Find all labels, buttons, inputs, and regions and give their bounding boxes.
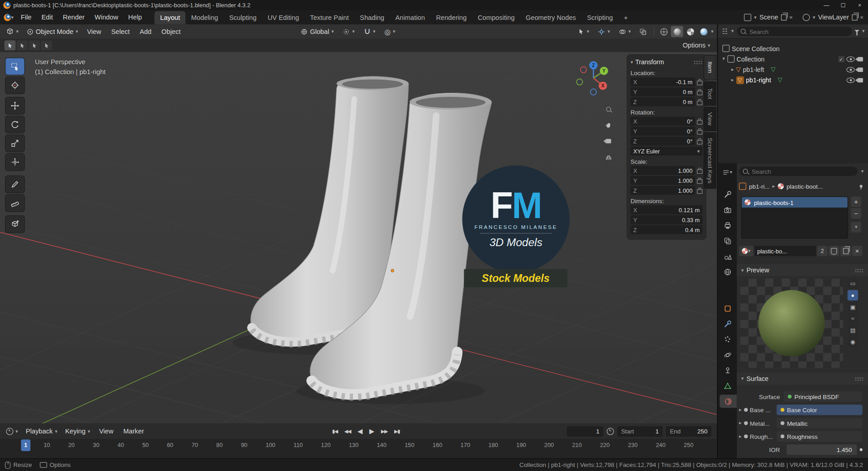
pivot-point-dropdown[interactable]: ▾ xyxy=(339,26,359,37)
menu-render[interactable]: Render xyxy=(58,10,90,24)
outliner-row-collection[interactable]: ▾ Collection ✓ xyxy=(718,54,868,64)
workspace-tab-shading[interactable]: Shading xyxy=(354,11,390,24)
sidebar-tab-tool[interactable]: Tool xyxy=(704,82,716,105)
remove-slot-button[interactable]: − xyxy=(851,208,861,219)
unlink-material-button[interactable]: × xyxy=(852,246,862,256)
workspace-tab-sculpting[interactable]: Sculpting xyxy=(224,11,262,24)
dimension-z-field[interactable]: Z0.4 m xyxy=(631,225,703,234)
chevron-down-icon[interactable]: ▾ xyxy=(813,14,816,19)
preview-fluid-button[interactable]: ◉ xyxy=(848,337,858,347)
roughness-button[interactable]: Roughness xyxy=(776,431,862,442)
lock-icon[interactable] xyxy=(697,169,703,174)
material-name-field[interactable]: plastic-bo... xyxy=(755,246,816,256)
menu-viewport-object[interactable]: Object xyxy=(156,28,186,35)
preview-panel-header[interactable]: ▾ Preview xyxy=(737,264,868,276)
tab-modifiers[interactable] xyxy=(718,317,737,330)
dimension-y-field[interactable]: Y0.33 m xyxy=(631,215,703,224)
metallic-button[interactable]: Metallic xyxy=(776,418,862,428)
new-viewlayer-icon[interactable] xyxy=(852,14,857,20)
minimize-button[interactable]: — xyxy=(818,0,835,10)
next-keyframe-button[interactable]: ▶▶ xyxy=(378,427,391,435)
chevron-down-icon[interactable]: ▾ xyxy=(722,57,725,62)
viewlayer-selector[interactable]: ViewLayer xyxy=(818,13,849,21)
remove-viewlayer-icon[interactable]: × xyxy=(860,14,863,21)
outliner-row-pb1-left[interactable]: ▸ ▽ pb1-left ▽ xyxy=(718,64,868,75)
lock-icon[interactable] xyxy=(697,189,703,194)
tool-rotate[interactable] xyxy=(5,116,24,133)
checkbox-icon[interactable]: ✓ xyxy=(837,55,845,63)
overlays-dropdown[interactable]: ▾ xyxy=(615,26,635,37)
workspace-tab-modeling[interactable]: Modeling xyxy=(186,11,224,24)
transform-orientation-dropdown[interactable]: Global ▾ xyxy=(297,26,338,37)
preview-hair-button[interactable]: ≈ xyxy=(848,313,858,324)
camera-icon[interactable] xyxy=(857,57,863,61)
preview-flat-button[interactable]: ▭ xyxy=(848,278,858,289)
tool-select-box[interactable] xyxy=(5,58,24,75)
workspace-tab-rendering[interactable]: Rendering xyxy=(430,11,472,24)
lock-icon[interactable] xyxy=(697,81,703,85)
camera-icon[interactable] xyxy=(857,67,863,72)
gizmos-dropdown[interactable]: ▾ xyxy=(594,26,614,37)
panel-grip[interactable] xyxy=(855,376,864,381)
scale-x-field[interactable]: X1.000 xyxy=(631,166,695,175)
shading-wireframe-button[interactable] xyxy=(658,26,670,37)
tab-particles[interactable] xyxy=(718,333,737,346)
location-y-field[interactable]: Y0 m xyxy=(631,87,695,96)
tab-physics[interactable] xyxy=(718,348,737,361)
outliner-row-scene-collection[interactable]: Scene Collection xyxy=(718,43,868,53)
new-material-button[interactable] xyxy=(840,246,851,256)
add-workspace-button[interactable]: + xyxy=(618,11,633,24)
zoom-button[interactable] xyxy=(602,103,614,115)
tool-annotate[interactable] xyxy=(5,176,24,193)
tab-object-data[interactable] xyxy=(718,379,737,392)
mode-dropdown[interactable]: Object Mode ▾ xyxy=(23,26,82,37)
jump-to-start-button[interactable]: ▮◀ xyxy=(330,427,340,435)
tool-measure[interactable] xyxy=(5,195,24,212)
menu-viewport-add[interactable]: Add xyxy=(135,28,156,35)
new-scene-icon[interactable] xyxy=(781,14,786,20)
pin-icon[interactable] xyxy=(860,185,863,188)
eye-icon[interactable] xyxy=(846,67,854,72)
tab-object[interactable] xyxy=(718,302,737,315)
chevron-down-icon[interactable]: ▾ xyxy=(711,29,714,34)
current-frame-field[interactable]: 1 xyxy=(567,426,604,436)
close-button[interactable]: × xyxy=(851,0,868,10)
lock-icon[interactable] xyxy=(697,100,703,105)
chevron-right-icon[interactable]: ▸ xyxy=(739,407,742,412)
play-reverse-button[interactable]: ◀ xyxy=(355,426,366,436)
tab-world[interactable] xyxy=(718,265,737,278)
sidebar-tab-screencast-keys[interactable]: Screencast Keys xyxy=(704,133,716,188)
timeline-editor-type-button[interactable]: ▾ xyxy=(2,426,22,437)
scene-selector[interactable]: Scene xyxy=(760,13,778,21)
workspace-tab-compositing[interactable]: Compositing xyxy=(472,11,520,24)
select-mode-invert-button[interactable] xyxy=(41,40,52,50)
outliner-search-input[interactable] xyxy=(748,28,849,35)
add-slot-button[interactable]: + xyxy=(851,196,861,207)
menu-edit[interactable]: Edit xyxy=(37,10,58,24)
select-mode-extend-button[interactable] xyxy=(17,40,28,50)
play-button[interactable]: ▶ xyxy=(367,426,377,436)
dimension-x-field[interactable]: X0.121 m xyxy=(631,205,703,214)
gizmo-y-label[interactable]: Y xyxy=(602,68,605,73)
outliner-editor-icon[interactable] xyxy=(722,28,729,35)
properties-search[interactable] xyxy=(739,167,858,176)
snap-toggle[interactable]: ▾ xyxy=(360,26,380,37)
gizmo-z-label[interactable]: Z xyxy=(592,63,595,68)
frame-end-field[interactable]: End250 xyxy=(666,426,711,436)
chevron-down-icon[interactable]: ▾ xyxy=(754,14,757,19)
rotation-x-field[interactable]: X0° xyxy=(631,117,695,126)
xray-toggle[interactable] xyxy=(636,26,651,37)
unlink-scene-icon[interactable]: × xyxy=(789,14,793,21)
users-count-button[interactable]: 2 xyxy=(817,246,827,256)
properties-editor-type-button[interactable]: ▾ xyxy=(718,166,737,179)
editor-type-button[interactable]: ▾ xyxy=(2,26,23,37)
tab-constraints[interactable] xyxy=(718,364,737,377)
scale-z-field[interactable]: Z1.000 xyxy=(631,186,695,195)
workspace-tab-animation[interactable]: Animation xyxy=(390,11,430,24)
preview-cube-button[interactable]: ▣ xyxy=(848,302,858,312)
chevron-right-icon[interactable]: ▸ xyxy=(731,77,734,82)
panel-grip[interactable] xyxy=(855,268,864,272)
scale-y-field[interactable]: Y1.000 xyxy=(631,176,695,185)
eye-icon[interactable] xyxy=(846,56,854,62)
sidebar-tab-item[interactable]: Item xyxy=(704,55,716,80)
